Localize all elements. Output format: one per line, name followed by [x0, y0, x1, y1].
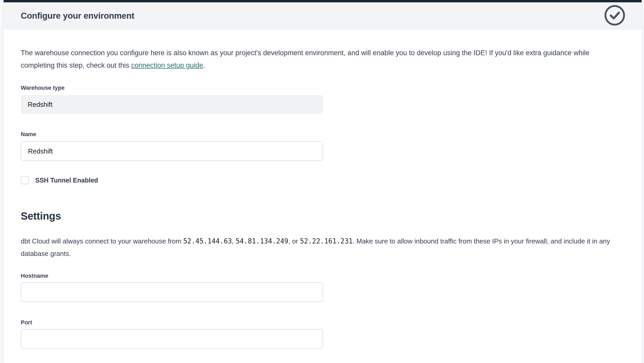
form-content: The warehouse connection you configure h…	[4, 30, 642, 349]
environment-setup-card: Configure your environment The warehouse…	[4, 0, 642, 363]
warehouse-type-value: Redshift	[28, 101, 52, 109]
ssh-tunnel-row: SSH Tunnel Enabled	[21, 176, 621, 184]
ip-address-2: 54.81.134.249	[235, 237, 288, 245]
name-input[interactable]	[21, 141, 323, 161]
settings-heading: Settings	[21, 210, 621, 222]
name-label: Name	[21, 131, 621, 138]
card-top-accent-bar	[4, 0, 642, 2]
port-input[interactable]	[21, 329, 323, 349]
hostname-label: Hostname	[21, 273, 621, 279]
ip-address-3: 52.22.161.231	[300, 237, 353, 245]
intro-paragraph: The warehouse connection you configure h…	[21, 47, 611, 72]
step-complete-check-icon	[604, 5, 625, 27]
hostname-input[interactable]	[21, 282, 323, 302]
ssh-tunnel-label: SSH Tunnel Enabled	[35, 177, 98, 184]
ip-address-1: 52.45.144.63	[183, 237, 232, 245]
port-label: Port	[21, 319, 621, 326]
warehouse-type-label: Warehouse type	[21, 85, 621, 91]
intro-text-before: The warehouse connection you configure h…	[21, 49, 590, 69]
note-before: dbt Cloud will always connect to your wa…	[21, 237, 183, 245]
page-title: Configure your environment	[21, 11, 134, 21]
ssh-tunnel-checkbox[interactable]	[21, 176, 29, 184]
connection-setup-guide-link[interactable]: connection setup guide	[131, 61, 203, 69]
warehouse-type-field: Redshift	[21, 95, 323, 114]
note-sep2: , or	[288, 237, 300, 245]
section-header: Configure your environment	[4, 2, 642, 30]
ip-allowlist-note: dbt Cloud will always connect to your wa…	[21, 235, 617, 260]
note-sep1: ,	[232, 237, 235, 245]
intro-text-after: .	[203, 61, 205, 69]
